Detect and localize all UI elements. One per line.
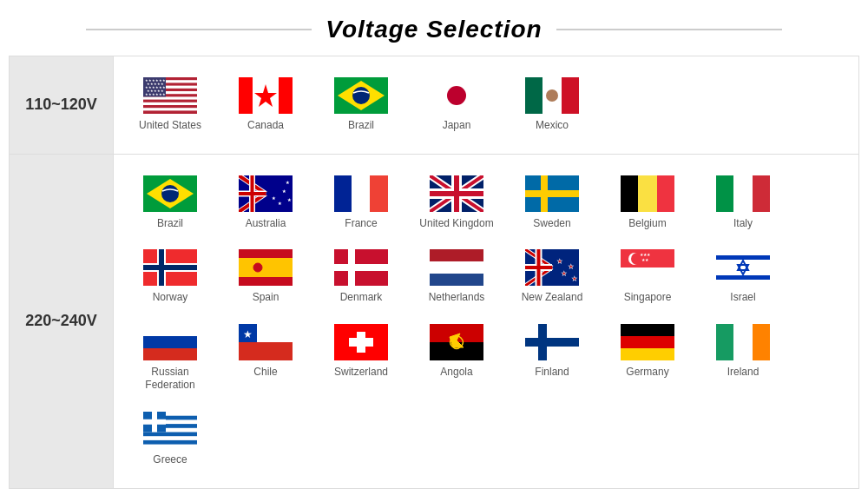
flag-ao xyxy=(430,324,483,360)
flag-dk xyxy=(334,249,388,286)
flag-fr xyxy=(334,175,388,212)
svg-rect-75 xyxy=(334,264,388,271)
country-item-ca: Canada xyxy=(218,70,313,140)
svg-text:★: ★ xyxy=(243,328,253,340)
country-name-ru: Russian Federation xyxy=(126,366,214,393)
flag-ca xyxy=(239,77,293,114)
flag-sg: ★★★ ★★ xyxy=(621,249,674,286)
country-item-dk: Denmark xyxy=(313,242,409,312)
country-name-br: Brazil xyxy=(348,119,374,133)
country-name-de: Germany xyxy=(626,366,668,380)
country-item-de: Germany xyxy=(600,317,695,400)
country-name-cl: Chile xyxy=(253,366,277,380)
country-item-ch: Switzerland xyxy=(313,317,409,400)
flag-br xyxy=(143,175,197,212)
flag-gb xyxy=(430,175,483,212)
country-item-jp: Japan xyxy=(409,70,504,140)
flag-no xyxy=(143,249,197,286)
svg-point-19 xyxy=(352,87,370,104)
countries-group-1: Brazil ★ ★ ★ ★ ★ Australia France xyxy=(114,154,859,488)
svg-text:★★: ★★ xyxy=(641,257,649,262)
country-name-fr: France xyxy=(345,217,377,231)
flag-cl: ★ xyxy=(239,324,293,360)
country-name-us: United States xyxy=(139,119,201,133)
svg-rect-120 xyxy=(621,336,674,348)
flag-nl xyxy=(430,249,483,286)
country-name-no: Norway xyxy=(153,291,188,305)
svg-rect-14 xyxy=(239,77,253,114)
svg-rect-24 xyxy=(562,77,579,114)
svg-rect-63 xyxy=(753,175,770,212)
flag-de xyxy=(621,324,674,360)
svg-rect-45 xyxy=(334,175,352,212)
voltage-label-1: 220~240V xyxy=(10,154,114,488)
svg-rect-71 xyxy=(239,249,293,258)
svg-rect-98 xyxy=(716,249,770,286)
country-item-fi: Finland xyxy=(504,317,600,400)
country-name-ie: Ireland xyxy=(727,366,760,380)
voltage-table: 110~120V ★★★★★★ ★★★★★ ★★★★★★ ★★★★★ ★★★★★… xyxy=(9,56,859,489)
svg-rect-59 xyxy=(621,175,638,212)
flag-mx xyxy=(525,77,579,114)
country-name-nl: Netherlands xyxy=(429,291,485,305)
country-name-il: Israel xyxy=(730,291,755,305)
country-name-se: Sweden xyxy=(533,217,570,231)
country-item-gr: Greece xyxy=(122,405,218,474)
country-name-nz: New Zealand xyxy=(522,291,583,305)
svg-rect-15 xyxy=(279,77,293,114)
svg-rect-104 xyxy=(143,324,197,336)
svg-rect-23 xyxy=(525,77,542,114)
svg-rect-112 xyxy=(349,338,373,347)
svg-point-21 xyxy=(447,86,466,105)
country-item-ie: Ireland xyxy=(695,317,791,400)
svg-point-25 xyxy=(546,89,558,102)
svg-rect-5 xyxy=(143,102,197,105)
svg-rect-129 xyxy=(143,445,197,448)
country-item-br: Brazil xyxy=(313,70,409,140)
svg-rect-128 xyxy=(143,436,197,440)
country-item-ru: Russian Federation xyxy=(122,317,218,400)
country-item-no: Norway xyxy=(122,242,218,312)
flag-jp xyxy=(430,77,483,114)
svg-rect-70 xyxy=(239,258,293,277)
svg-rect-132 xyxy=(143,419,166,425)
svg-point-28 xyxy=(161,185,179,202)
country-item-mx: Mexico xyxy=(504,70,600,140)
country-item-es: Spain xyxy=(218,242,313,312)
country-name-it: Italy xyxy=(733,217,753,231)
country-item-be: Belgium xyxy=(600,168,695,238)
country-name-be: Belgium xyxy=(628,217,666,231)
svg-rect-60 xyxy=(657,175,674,212)
country-item-se: Sweden xyxy=(504,168,600,238)
country-name-fi: Finland xyxy=(535,366,569,380)
flag-it xyxy=(716,175,770,212)
svg-rect-62 xyxy=(716,175,733,212)
svg-rect-119 xyxy=(621,324,674,336)
country-name-dk: Denmark xyxy=(340,291,383,305)
svg-rect-78 xyxy=(430,274,483,286)
svg-point-72 xyxy=(253,263,262,272)
country-name-br: Brazil xyxy=(157,217,183,231)
country-item-cl: ★ Chile xyxy=(218,317,313,400)
flag-ch xyxy=(334,324,388,360)
country-item-ao: Angola xyxy=(409,317,504,400)
svg-rect-122 xyxy=(716,324,733,360)
flag-nz: ★ ★ ★ ★ xyxy=(525,249,579,286)
country-name-mx: Mexico xyxy=(536,119,569,133)
country-name-gr: Greece xyxy=(153,453,187,467)
country-item-fr: France xyxy=(313,168,409,238)
page-title: Voltage Selection xyxy=(0,16,868,43)
flag-se xyxy=(525,175,579,212)
countries-group-0: ★★★★★★ ★★★★★ ★★★★★★ ★★★★★ ★★★★★★ United … xyxy=(114,56,859,155)
svg-rect-105 xyxy=(143,348,197,360)
svg-rect-6 xyxy=(143,108,197,110)
svg-rect-117 xyxy=(525,338,579,347)
flag-ru xyxy=(143,324,197,360)
country-name-ch: Switzerland xyxy=(334,366,388,380)
svg-rect-77 xyxy=(430,261,483,274)
flag-us: ★★★★★★ ★★★★★ ★★★★★★ ★★★★★ ★★★★★★ xyxy=(143,77,197,114)
flag-be xyxy=(621,175,674,212)
svg-rect-4 xyxy=(143,96,197,99)
country-item-il: Israel xyxy=(695,242,791,312)
flag-gr xyxy=(143,412,197,448)
